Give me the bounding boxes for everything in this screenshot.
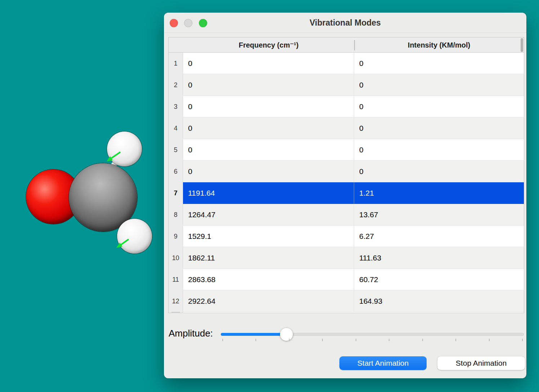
molecule-viewport[interactable] [0, 0, 187, 288]
amplitude-slider[interactable] [221, 328, 524, 342]
slider-tick [522, 339, 523, 341]
row-number: 1 [169, 53, 183, 74]
slider-tick [389, 339, 389, 341]
intensity-cell[interactable]: 13.67 [354, 204, 524, 226]
table-row[interactable]: 200 [169, 74, 524, 96]
intensity-column-header[interactable]: Intensity (KM/mol) [354, 37, 524, 52]
intensity-cell[interactable]: 6.27 [354, 226, 524, 247]
intensity-cell[interactable]: 164.93 [354, 290, 524, 312]
table-row[interactable]: 122922.64164.93 [169, 290, 524, 312]
row-number: 2 [169, 74, 183, 96]
table-row[interactable]: 81264.4713.67 [169, 204, 524, 226]
row-number: 9 [169, 226, 183, 247]
stop-animation-button[interactable]: Stop Animation [437, 356, 525, 370]
intensity-cell[interactable]: 0 [354, 117, 524, 139]
frequency-column-header[interactable]: Frequency (cm⁻¹) [183, 37, 354, 52]
row-number: 3 [169, 96, 183, 117]
slider-tick-marks [221, 339, 524, 342]
table-row[interactable]: 101862.11111.63 [169, 247, 524, 269]
table-row[interactable]: 100 [169, 53, 524, 74]
frequency-cell[interactable]: 2922.64 [183, 290, 354, 312]
intensity-cell[interactable]: 111.63 [354, 247, 524, 269]
frequency-cell[interactable]: 1191.64 [183, 182, 354, 204]
table-row[interactable]: 500 [169, 139, 524, 161]
intensity-cell[interactable]: 0 [354, 139, 524, 161]
table-row[interactable]: 600 [169, 161, 524, 182]
frequency-cell[interactable]: 0 [183, 139, 354, 161]
slider-tick [356, 339, 356, 341]
hydrogen-atom-2 [117, 219, 152, 254]
modes-table: Frequency (cm⁻¹) Intensity (KM/mol) 1002… [168, 37, 524, 313]
title-bar[interactable]: Vibrational Modes [164, 13, 526, 33]
table-row[interactable]: 300 [169, 96, 524, 117]
amplitude-label: Amplitude: [169, 328, 213, 339]
row-number: 10 [169, 247, 183, 269]
row-number: 4 [169, 117, 183, 139]
frequency-cell[interactable]: 0 [183, 53, 354, 74]
slider-tick [222, 339, 223, 341]
intensity-cell[interactable]: 1.21 [354, 182, 524, 204]
row-number: 11 [169, 269, 183, 290]
slider-tick [255, 339, 256, 341]
hydrogen-atom-1 [107, 132, 142, 166]
intensity-cell[interactable]: 0 [354, 161, 524, 182]
slider-fill [221, 333, 286, 336]
intensity-cell[interactable]: 0 [354, 74, 524, 96]
frequency-cell[interactable]: 1529.1 [183, 226, 354, 247]
start-animation-button[interactable]: Start Animation [339, 356, 427, 370]
slider-tick [489, 339, 490, 341]
header-column-separator [354, 40, 355, 50]
frequency-cell[interactable]: 1264.47 [183, 204, 354, 226]
frequency-cell[interactable]: 0 [183, 74, 354, 96]
vibrational-modes-window: Vibrational Modes Frequency (cm⁻¹) Inten… [164, 13, 526, 378]
row-number: 8 [169, 204, 183, 226]
intensity-cell[interactable]: 0 [354, 96, 524, 117]
vertical-scrollbar-thumb[interactable] [521, 38, 523, 52]
frequency-cell[interactable]: 0 [183, 161, 354, 182]
table-header: Frequency (cm⁻¹) Intensity (KM/mol) [169, 37, 524, 53]
slider-tick [322, 339, 323, 341]
table-row[interactable]: 91529.16.27 [169, 226, 524, 247]
intensity-cell[interactable]: 60.72 [354, 269, 524, 290]
frequency-cell[interactable]: 0 [183, 96, 354, 117]
table-row[interactable]: 112863.6860.72 [169, 269, 524, 290]
slider-tick [289, 339, 290, 341]
frequency-cell[interactable]: 2863.68 [183, 269, 354, 290]
frequency-cell[interactable]: 0 [183, 117, 354, 139]
table-body: 10020030040050060071191.641.2181264.4713… [169, 53, 524, 312]
intensity-cell[interactable]: 0 [354, 53, 524, 74]
table-row[interactable]: 71191.641.21 [169, 182, 524, 204]
row-number: 7 [169, 182, 183, 204]
table-row[interactable]: 400 [169, 117, 524, 139]
row-number: 12 [169, 290, 183, 312]
row-number: 6 [169, 161, 183, 182]
slider-tick [422, 339, 423, 341]
window-title: Vibrational Modes [164, 13, 526, 33]
frequency-cell[interactable]: 1862.11 [183, 247, 354, 269]
row-number: 5 [169, 139, 183, 161]
vibration-vector-arrows [0, 0, 187, 288]
slider-tick [455, 339, 456, 341]
header-gutter-cell [169, 37, 183, 52]
